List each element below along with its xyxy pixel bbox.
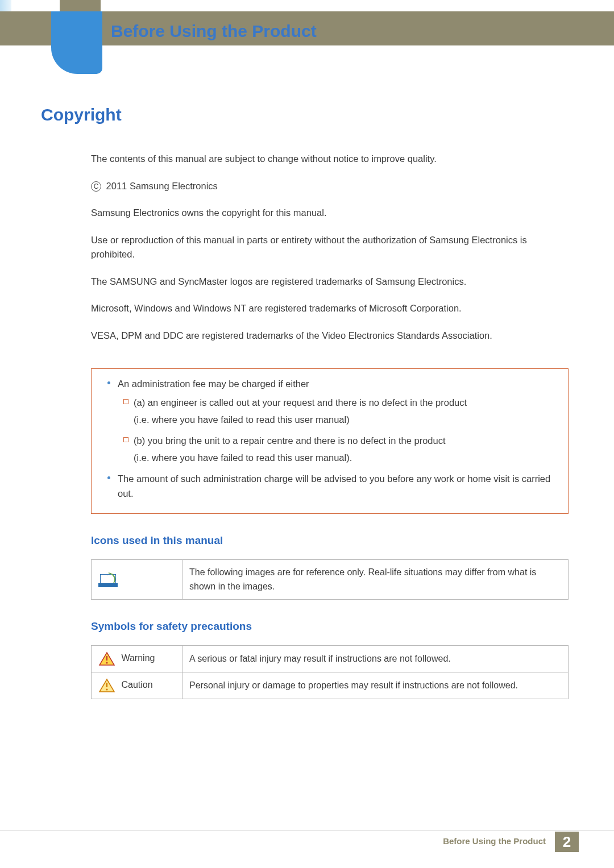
body-text: The contents of this manual are subject … bbox=[91, 152, 569, 699]
notice-subitem: (b) you bring the unit to a repair centr… bbox=[98, 434, 561, 448]
notice-item: An administration fee may be charged if … bbox=[98, 377, 561, 392]
chapter-title: Before Using the Product bbox=[111, 22, 317, 41]
caution-label: Caution bbox=[121, 680, 152, 690]
reference-image-icon bbox=[98, 572, 118, 587]
table-row: Warning A serious or fatal injury may re… bbox=[92, 645, 569, 672]
page: Before Using the Product Copyright The c… bbox=[0, 0, 614, 868]
svg-point-5 bbox=[106, 688, 107, 690]
table-row: Caution Personal injury or damage to pro… bbox=[92, 672, 569, 699]
notice-item: The amount of such administration charge… bbox=[98, 472, 561, 501]
footer-chapter-label: Before Using the Product bbox=[443, 836, 546, 846]
admin-fee-notice-box: An administration fee may be charged if … bbox=[91, 368, 569, 514]
footer-divider bbox=[0, 830, 614, 831]
paragraph: The contents of this manual are subject … bbox=[91, 152, 569, 167]
notice-subitem-line: (i.e. where you have failed to read this… bbox=[98, 413, 561, 427]
subsection-heading-icons: Icons used in this manual bbox=[91, 532, 569, 549]
content-area: Copyright The contents of this manual ar… bbox=[41, 105, 575, 699]
chapter-badge bbox=[51, 11, 102, 74]
caution-symbol-cell: Caution bbox=[92, 672, 182, 699]
symbols-table: Warning A serious or fatal injury may re… bbox=[91, 645, 569, 699]
warning-triangle-icon bbox=[98, 651, 115, 666]
copyright-symbol-icon: C bbox=[91, 181, 101, 192]
paragraph: Microsoft, Windows and Windows NT are re… bbox=[91, 301, 569, 316]
copyright-year-owner: 2011 Samsung Electronics bbox=[106, 181, 218, 191]
page-number: 2 bbox=[555, 832, 579, 852]
notice-subitem: (a) an engineer is called out at your re… bbox=[98, 396, 561, 410]
icons-table: The following images are for reference o… bbox=[91, 559, 569, 600]
page-footer: Before Using the Product 2 bbox=[0, 830, 614, 852]
paragraph: The SAMSUNG and SyncMaster logos are reg… bbox=[91, 275, 569, 289]
table-row: The following images are for reference o… bbox=[92, 559, 569, 600]
paragraph: Samsung Electronics owns the copyright f… bbox=[91, 206, 569, 221]
reference-icon-cell bbox=[92, 559, 182, 600]
warning-symbol-cell: Warning bbox=[92, 645, 182, 672]
copyright-line: C 2011 Samsung Electronics bbox=[91, 179, 569, 194]
subsection-heading-symbols: Symbols for safety precautions bbox=[91, 618, 569, 634]
svg-point-2 bbox=[106, 662, 107, 663]
warning-description: A serious or fatal injury may result if … bbox=[182, 645, 569, 672]
reference-icon-description: The following images are for reference o… bbox=[182, 559, 569, 600]
caution-description: Personal injury or damage to properties … bbox=[182, 672, 569, 699]
warning-label: Warning bbox=[121, 653, 155, 663]
paragraph: VESA, DPM and DDC are registered tradema… bbox=[91, 329, 569, 343]
caution-triangle-icon bbox=[98, 678, 115, 693]
notice-subitem-line: (i.e. where you have failed to read this… bbox=[98, 451, 561, 466]
paragraph: Use or reproduction of this manual in pa… bbox=[91, 233, 569, 262]
section-heading-copyright: Copyright bbox=[41, 105, 575, 124]
